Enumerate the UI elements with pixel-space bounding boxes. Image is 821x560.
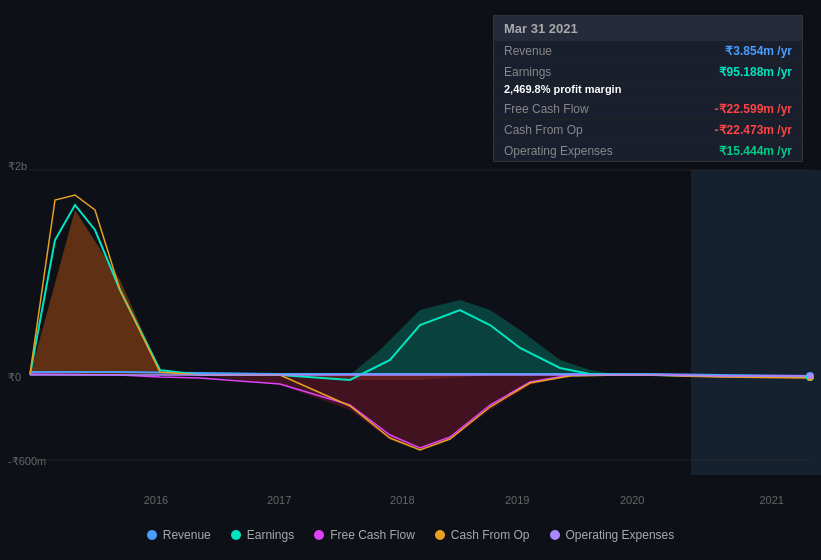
tooltip-label-revenue: Revenue — [504, 44, 552, 58]
legend-item-revenue[interactable]: Revenue — [147, 528, 211, 542]
chart-container: ₹2b ₹0 -₹600m 2016 2017 2018 2019 2020 2… — [0, 0, 821, 560]
tooltip-title: Mar 31 2021 — [494, 16, 802, 41]
legend-label-revenue: Revenue — [163, 528, 211, 542]
tooltip-label-fcf: Free Cash Flow — [504, 102, 589, 116]
legend-dot-revenue — [147, 530, 157, 540]
legend-label-cashfromop: Cash From Op — [451, 528, 530, 542]
legend-dot-opex — [550, 530, 560, 540]
legend-dot-cashfromop — [435, 530, 445, 540]
tooltip-row-opex: Operating Expenses ₹15.444m /yr — [494, 141, 802, 161]
y-label-neg600m: -₹600m — [8, 455, 46, 468]
tooltip-box: Mar 31 2021 Revenue ₹3.854m /yr Earnings… — [493, 15, 803, 162]
legend-item-cashfromop[interactable]: Cash From Op — [435, 528, 530, 542]
legend-label-opex: Operating Expenses — [566, 528, 675, 542]
tooltip-label-cashfromop: Cash From Op — [504, 123, 583, 137]
tooltip-value-cashfromop: -₹22.473m /yr — [715, 123, 792, 137]
legend-dot-earnings — [231, 530, 241, 540]
legend-item-earnings[interactable]: Earnings — [231, 528, 294, 542]
legend-label-earnings: Earnings — [247, 528, 294, 542]
legend: Revenue Earnings Free Cash Flow Cash Fro… — [0, 528, 821, 542]
tooltip-row-revenue: Revenue ₹3.854m /yr — [494, 41, 802, 62]
x-label-2019: 2019 — [505, 494, 529, 506]
tooltip-value-fcf: -₹22.599m /yr — [715, 102, 792, 116]
x-label-2018: 2018 — [390, 494, 414, 506]
legend-item-opex[interactable]: Operating Expenses — [550, 528, 675, 542]
tooltip-value-earnings: ₹95.188m /yr — [719, 65, 792, 79]
tooltip-row-earnings: Earnings ₹95.188m /yr — [494, 62, 802, 83]
legend-dot-fcf — [314, 530, 324, 540]
y-label-2b: ₹2b — [8, 160, 27, 173]
legend-label-fcf: Free Cash Flow — [330, 528, 415, 542]
x-label-2016: 2016 — [144, 494, 168, 506]
legend-item-fcf[interactable]: Free Cash Flow — [314, 528, 415, 542]
tooltip-row-fcf: Free Cash Flow -₹22.599m /yr — [494, 99, 802, 120]
svg-point-7 — [807, 373, 813, 379]
profit-margin-row: 2,469.8% profit margin — [494, 83, 802, 99]
tooltip-row-cashfromop: Cash From Op -₹22.473m /yr — [494, 120, 802, 141]
profit-margin-value: 2,469.8% profit margin — [504, 83, 621, 95]
x-label-2017: 2017 — [267, 494, 291, 506]
tooltip-value-revenue: ₹3.854m /yr — [725, 44, 792, 58]
tooltip-label-earnings: Earnings — [504, 65, 551, 79]
tooltip-label-opex: Operating Expenses — [504, 144, 613, 158]
tooltip-value-opex: ₹15.444m /yr — [719, 144, 792, 158]
x-label-2021: 2021 — [759, 494, 783, 506]
y-label-0: ₹0 — [8, 371, 21, 384]
x-label-2020: 2020 — [620, 494, 644, 506]
